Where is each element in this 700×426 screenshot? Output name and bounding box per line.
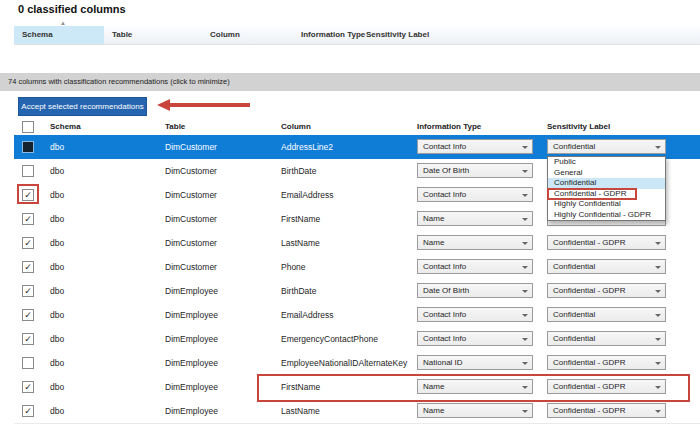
information-type-select[interactable]: Contact Info <box>417 187 533 202</box>
table-row[interactable]: dboDimEmployeeEmployeeNationalIDAlternat… <box>14 351 700 376</box>
rec-header-sensitivity: Sensitivity Label <box>547 119 610 135</box>
row-checkbox[interactable]: ✓ <box>22 213 34 225</box>
sensitivity-label-select[interactable]: Confidential <box>547 259 666 274</box>
row-checkbox[interactable]: ✓ <box>22 285 34 297</box>
classified-header-info-type[interactable]: Information Type <box>301 26 365 44</box>
chevron-down-icon <box>522 242 528 245</box>
recommendations-banner[interactable]: 74 columns with classification recommend… <box>0 73 700 91</box>
information-type-select[interactable]: Date Of Birth <box>417 163 533 178</box>
cell-table: DimCustomer <box>165 135 217 159</box>
cell-schema: dbo <box>50 231 64 255</box>
annotation-box-dropdown-option <box>547 188 637 201</box>
row-checkbox[interactable] <box>22 165 34 177</box>
classified-table-header: ▲ Schema Table Column Information Type S… <box>14 26 700 45</box>
cell-column: EmailAddress <box>281 183 333 207</box>
cell-table: DimEmployee <box>165 399 218 423</box>
information-type-select[interactable]: Contact Info <box>417 139 533 154</box>
select-all-checkbox[interactable] <box>22 121 34 133</box>
information-type-select[interactable]: Name <box>417 235 533 250</box>
cell-schema: dbo <box>50 207 64 231</box>
accept-recommendations-button[interactable]: Accept selected recommendations <box>18 97 147 116</box>
dropdown-option[interactable]: General <box>548 168 665 179</box>
cell-schema: dbo <box>50 303 64 327</box>
row-checkbox[interactable] <box>22 141 34 153</box>
cell-column: EmployeeNationalIDAlternateKey <box>281 351 407 375</box>
rec-header-schema: Schema <box>50 119 81 135</box>
information-type-select[interactable]: Name <box>417 403 533 418</box>
recommendations-table-header: Schema Table Column Information Type Sen… <box>14 119 700 135</box>
cell-schema: dbo <box>50 159 64 183</box>
dropdown-option[interactable]: Highly Confidential - GDPR <box>548 210 665 221</box>
classified-header-column[interactable]: Column <box>210 26 240 44</box>
table-row[interactable]: ✓dboDimEmployeeEmailAddressContact InfoC… <box>14 303 700 328</box>
sensitivity-label-select[interactable]: Confidential - GDPR <box>547 235 666 250</box>
cell-table: DimCustomer <box>165 183 217 207</box>
cell-schema: dbo <box>50 135 64 159</box>
information-type-select[interactable]: Contact Info <box>417 331 533 346</box>
chevron-down-icon <box>522 362 528 365</box>
cell-table: DimCustomer <box>165 159 217 183</box>
chevron-down-icon <box>522 338 528 341</box>
cell-column: BirthDate <box>281 279 316 303</box>
sensitivity-label-select[interactable]: Confidential - GDPR <box>547 355 666 370</box>
chevron-down-icon <box>655 242 661 245</box>
cell-column: LastName <box>281 231 320 255</box>
information-type-select[interactable]: Contact Info <box>417 259 533 274</box>
information-type-select[interactable]: Date Of Birth <box>417 283 533 298</box>
row-checkbox[interactable] <box>22 357 34 369</box>
table-row[interactable]: ✓dboDimCustomerLastNameNameConfidential … <box>14 231 700 256</box>
cell-schema: dbo <box>50 375 64 399</box>
cell-column: AddressLine2 <box>281 135 333 159</box>
row-checkbox[interactable]: ✓ <box>22 309 34 321</box>
row-checkbox[interactable]: ✓ <box>22 405 34 417</box>
chevron-down-icon <box>655 266 661 269</box>
annotation-arrow-shaft <box>170 103 250 107</box>
information-type-select[interactable]: National ID <box>417 355 533 370</box>
cell-table: DimCustomer <box>165 207 217 231</box>
chevron-down-icon <box>522 314 528 317</box>
classified-header-schema[interactable]: Schema <box>22 26 53 44</box>
row-checkbox[interactable]: ✓ <box>22 237 34 249</box>
cell-column: FirstName <box>281 207 320 231</box>
sensitivity-label-select[interactable]: Confidential <box>547 139 666 154</box>
chevron-down-icon <box>522 194 528 197</box>
table-row[interactable]: ✓dboDimEmployeeEmergencyContactPhoneCont… <box>14 327 700 352</box>
cell-column: LastName <box>281 399 320 423</box>
table-row[interactable]: ✓dboDimEmployeeLastNameNameConfidential … <box>14 399 700 424</box>
sensitivity-label-select[interactable]: Confidential - GDPR <box>547 283 666 298</box>
sensitivity-dropdown-list: PublicGeneralConfidentialConfidential - … <box>547 156 666 221</box>
chevron-down-icon <box>522 266 528 269</box>
sensitivity-label-select[interactable]: Confidential <box>547 331 666 346</box>
sensitivity-label-select[interactable]: Confidential <box>547 307 666 322</box>
cell-column: Phone <box>281 255 306 279</box>
rec-header-info-type: Information Type <box>417 119 481 135</box>
table-row[interactable]: ✓dboDimCustomerPhoneContact InfoConfiden… <box>14 255 700 280</box>
chevron-down-icon <box>655 338 661 341</box>
chevron-down-icon <box>522 146 528 149</box>
cell-table: DimEmployee <box>165 303 218 327</box>
cell-schema: dbo <box>50 255 64 279</box>
table-row[interactable]: ✓dboDimEmployeeBirthDateDate Of BirthCon… <box>14 279 700 304</box>
chevron-down-icon <box>522 410 528 413</box>
dropdown-option[interactable]: Public <box>548 157 665 168</box>
sensitivity-label-select[interactable]: Confidential - GDPR <box>547 403 666 418</box>
cell-schema: dbo <box>50 279 64 303</box>
cell-table: DimEmployee <box>165 351 218 375</box>
information-type-select[interactable]: Contact Info <box>417 307 533 322</box>
row-checkbox[interactable]: ✓ <box>22 261 34 273</box>
row-checkbox[interactable]: ✓ <box>22 381 34 393</box>
annotation-arrow-icon <box>157 99 170 111</box>
chevron-down-icon <box>655 410 661 413</box>
rec-header-table: Table <box>165 119 185 135</box>
chevron-down-icon <box>522 290 528 293</box>
chevron-down-icon <box>655 314 661 317</box>
chevron-down-icon <box>522 170 528 173</box>
dropdown-option[interactable]: Highly Confidential <box>548 199 665 210</box>
classified-header-sensitivity[interactable]: Sensitivity Label <box>366 26 429 44</box>
cell-table: DimCustomer <box>165 255 217 279</box>
cell-table: DimEmployee <box>165 279 218 303</box>
row-checkbox[interactable]: ✓ <box>22 333 34 345</box>
information-type-select[interactable]: Name <box>417 211 533 226</box>
chevron-down-icon <box>655 362 661 365</box>
classified-header-table[interactable]: Table <box>112 26 132 44</box>
